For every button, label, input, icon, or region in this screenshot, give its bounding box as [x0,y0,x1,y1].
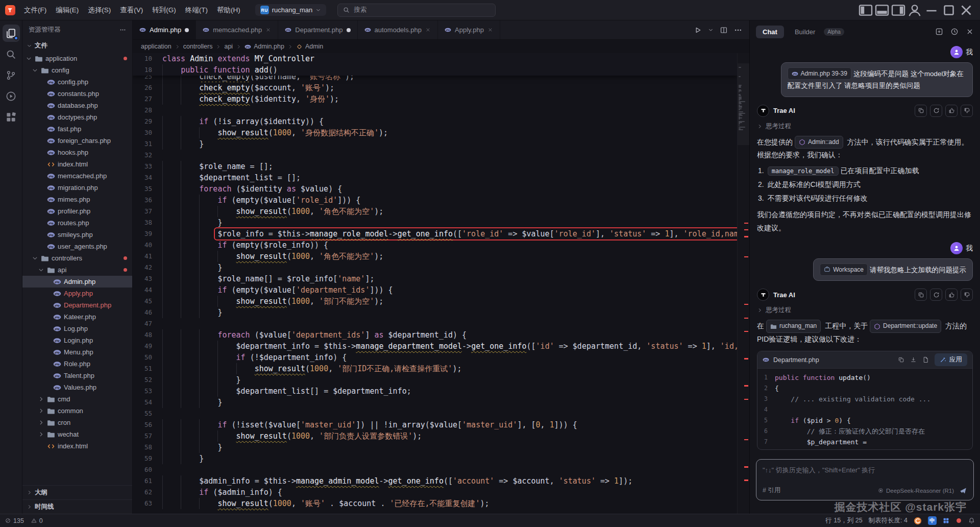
tree-item-smileys.php[interactable]: phpsmileys.php [22,229,132,241]
chat-history-button[interactable] [950,28,959,36]
problems-errors[interactable]: 135 [5,517,24,524]
split-button[interactable] [720,26,728,34]
reference-chip[interactable]: Workspace [820,264,868,276]
maximize-button[interactable] [940,3,958,17]
send-button[interactable] [959,487,967,495]
tree-item-constants.php[interactable]: phpconstants.php [22,88,132,100]
toggle-panel-icon[interactable] [874,3,890,17]
close-tab-button[interactable] [487,27,493,33]
menu-item-4[interactable]: 转到(G) [148,4,181,17]
copy-button[interactable] [898,356,904,363]
tree-item-hooks.php[interactable]: phphooks.php [22,147,132,158]
tree-item-Login.php[interactable]: phpLogin.php [22,334,132,346]
problems-warnings[interactable]: 0 [31,517,43,524]
reference-chip[interactable]: phpAdmin.php 39-39 [788,67,851,80]
editor-tab-memcached.php[interactable]: phpmemcached.php [196,20,278,39]
copy-button[interactable] [915,105,927,117]
code-editor[interactable]: 25check_empty($username, '账号名称');26check… [133,53,749,514]
reference-chip[interactable]: Department::update [870,320,941,333]
regenerate-button[interactable] [930,289,942,301]
tree-item-mimes.php[interactable]: phpmimes.php [22,194,132,205]
editor-tab-Apply.php[interactable]: phpApply.php [438,20,500,39]
tree-item-memcached.php[interactable]: phpmemcached.php [22,170,132,182]
minimize-button[interactable] [923,3,940,17]
juejin-plugin-icon[interactable] [914,517,922,525]
tree-item-Values.php[interactable]: phpValues.php [22,381,132,393]
tree-item-Department.php[interactable]: phpDepartment.php [22,299,132,311]
tree-item-migration.php[interactable]: phpmigration.php [22,182,132,194]
tree-item-database.php[interactable]: phpdatabase.php [22,100,132,111]
menu-item-0[interactable]: 文件(F) [19,4,51,17]
apply-button[interactable]: 应用 [935,353,967,366]
close-window-button[interactable] [958,3,975,17]
close-panel-button[interactable] [966,28,974,36]
breadcrumb-Admin.php[interactable]: phpAdmin.php [244,43,284,50]
thinking-toggle[interactable]: 思考过程 [757,122,973,131]
toggle-sidebar-icon[interactable] [857,3,874,17]
activity-explorer[interactable] [3,25,20,42]
reference-chip[interactable]: Admin::add [795,136,843,149]
tree-item-index.html[interactable]: index.html [22,158,132,170]
new-chat-button[interactable] [935,28,943,36]
menu-item-2[interactable]: 选择(S) [83,4,115,17]
minimap[interactable] [737,53,749,514]
ime-icon[interactable]: 中 [928,516,937,525]
app-logo-icon[interactable] [5,5,15,15]
plugin-dot-icon[interactable] [955,517,962,524]
tree-item-routes.php[interactable]: phproutes.php [22,217,132,229]
tab-chat[interactable]: Chat [756,26,784,38]
menu-item-3[interactable]: 查看(V) [115,4,148,17]
tree-item-Log.php[interactable]: phpLog.php [22,323,132,334]
thumb-down-button[interactable] [961,105,973,117]
tree-item-fast.php[interactable]: phpfast.php [22,123,132,135]
sidebar-more-button[interactable] [119,27,126,33]
account-icon[interactable] [906,3,923,17]
tree-item-doctypes.php[interactable]: phpdoctypes.php [22,111,132,123]
outline-section[interactable]: 大纲 [22,485,132,499]
tree-item-Admin.php[interactable]: phpAdmin.php [22,276,132,288]
tree-item-cmd[interactable]: cmd [22,393,132,405]
tree-item-common[interactable]: common [22,405,132,417]
global-search[interactable]: 搜索 [337,4,496,17]
close-tab-button[interactable] [425,27,431,33]
reference-button[interactable]: # 引用 [763,486,780,495]
tree-item-Apply.php[interactable]: phpApply.php [22,288,132,299]
doc-button[interactable] [922,356,929,363]
model-selector[interactable]: DeepSeek-Reasoner (R1) [878,488,954,494]
project-selector[interactable]: RU ruchang_man [255,4,327,16]
tree-item-config.php[interactable]: phpconfig.php [22,76,132,88]
insert-button[interactable] [910,356,917,363]
menu-item-5[interactable]: 终端(T) [181,4,212,17]
plugin-grid-icon[interactable] [943,517,949,524]
regenerate-button[interactable] [930,105,942,117]
chat-input[interactable]: "↑↓" 切换历史输入，"Shift+Enter" 换行 # 引用 DeepSe… [756,459,974,500]
activity-search[interactable] [3,45,20,63]
run-button[interactable] [694,26,702,34]
tree-item-config[interactable]: config [22,64,132,76]
toggle-secondary-sidebar-icon[interactable] [890,3,906,17]
activity-source-control[interactable] [3,66,20,84]
tree-item-controllers[interactable]: controllers [22,252,132,264]
tree-item-Kateer.php[interactable]: phpKateer.php [22,311,132,323]
tab-builder[interactable]: Builder [788,26,822,38]
activity-extensions[interactable] [3,108,20,126]
ellipsis-button[interactable] [734,26,742,34]
thumb-up-button[interactable] [945,289,958,301]
thinking-toggle[interactable]: 思考过程 [757,306,973,315]
breadcrumb-application[interactable]: application [141,43,172,50]
user-message-bubble[interactable]: phpAdmin.php 39-39这段编码不是问题 这个model对象在配置文… [781,62,973,97]
timeline-section[interactable]: 时间线 [22,499,132,514]
thumb-up-button[interactable] [945,105,958,117]
tree-item-Role.php[interactable]: phpRole.php [22,358,132,370]
menu-item-1[interactable]: 编辑(E) [51,4,83,17]
tree-item-profiler.php[interactable]: phpprofiler.php [22,205,132,217]
thumb-down-button[interactable] [961,289,973,301]
files-section-header[interactable]: 文件 [22,39,132,53]
tree-item-api[interactable]: api [22,264,132,276]
editor-tab-Admin.php[interactable]: phpAdmin.php [133,20,196,39]
breadcrumb-controllers[interactable]: controllers [183,43,213,50]
tab-size[interactable]: 制表符长度: 4 [869,516,908,525]
tree-item-application[interactable]: application [22,53,132,64]
user-message-bubble[interactable]: Workspace请帮我忽略上文加载的问题提示 [813,258,973,281]
close-tab-button[interactable] [265,27,271,33]
